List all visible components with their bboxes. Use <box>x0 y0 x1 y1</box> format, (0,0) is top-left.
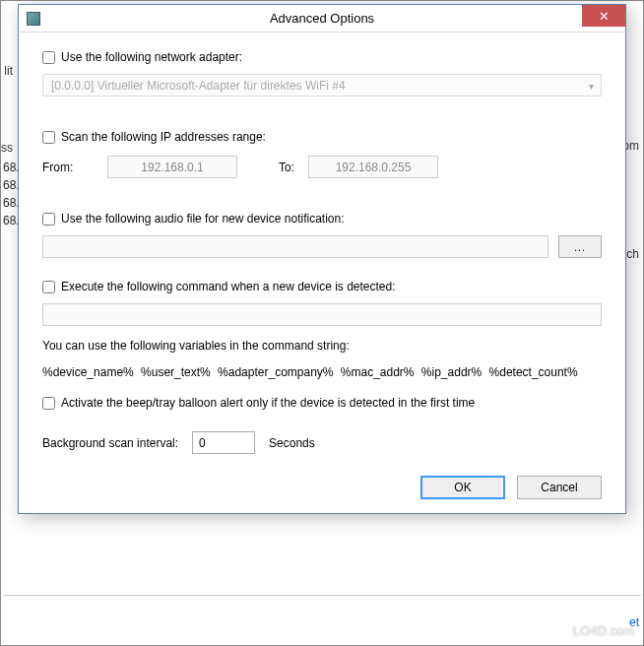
ip-from-label: From: <box>42 161 94 174</box>
ok-button[interactable]: OK <box>420 476 505 499</box>
execute-command-checkbox[interactable] <box>42 281 55 293</box>
divider <box>3 595 641 596</box>
ip-to-input[interactable] <box>308 156 438 178</box>
interval-label: Background scan interval: <box>42 436 178 450</box>
bg-list: 68.( 68.( 68.( 68.( <box>1 159 19 229</box>
list-item: 68.( <box>1 194 19 212</box>
watermark: LO4D.com <box>573 623 634 638</box>
scan-ip-range-checkbox[interactable] <box>42 131 55 144</box>
use-adapter-option[interactable]: Use the following network adapter: <box>42 50 602 64</box>
first-time-alert-checkbox[interactable] <box>42 397 55 410</box>
close-button[interactable]: ✕ <box>582 5 625 27</box>
adapter-select[interactable]: [0.0.0.0] Virtueller Microsoft-Adapter f… <box>42 74 602 97</box>
advanced-options-dialog: Advanced Options ✕ Use the following net… <box>18 4 626 514</box>
first-time-alert-label: Activate the beep/tray balloon alert onl… <box>61 396 475 410</box>
interval-unit: Seconds <box>269 436 315 450</box>
execute-command-label: Execute the following command when a new… <box>61 280 396 293</box>
use-adapter-label: Use the following network adapter: <box>61 50 242 64</box>
browse-audio-button[interactable]: ... <box>558 235 602 258</box>
titlebar[interactable]: Advanced Options ✕ <box>19 5 625 32</box>
audio-file-checkbox[interactable] <box>42 213 55 226</box>
scan-ip-range-label: Scan the following IP addresses range: <box>61 130 266 144</box>
first-time-alert-option[interactable]: Activate the beep/tray balloon alert onl… <box>42 396 602 410</box>
ip-from-input[interactable] <box>107 156 237 178</box>
command-variables: %device_name% %user_text% %adapter_compa… <box>42 363 602 382</box>
audio-file-input[interactable] <box>42 235 548 258</box>
list-item: 68.( <box>1 212 19 229</box>
command-input[interactable] <box>42 303 602 326</box>
bg-text: ss <box>1 141 13 155</box>
command-hint: You can use the following variables in t… <box>42 338 602 354</box>
audio-file-option[interactable]: Use the following audio file for new dev… <box>42 212 602 226</box>
app-icon <box>27 12 40 26</box>
bg-text: lit <box>1 64 13 78</box>
execute-command-option[interactable]: Execute the following command when a new… <box>42 280 602 293</box>
dialog-title: Advanced Options <box>19 11 625 26</box>
use-adapter-checkbox[interactable] <box>42 51 55 64</box>
list-item: 68.( <box>1 176 19 194</box>
list-item: 68.( <box>1 159 19 176</box>
scan-ip-range-option[interactable]: Scan the following IP addresses range: <box>42 130 602 144</box>
interval-input[interactable] <box>192 431 255 454</box>
ip-to-label: To: <box>279 161 294 174</box>
dialog-content: Use the following network adapter: [0.0.… <box>19 32 625 513</box>
audio-file-label: Use the following audio file for new dev… <box>61 212 345 226</box>
cancel-button[interactable]: Cancel <box>517 476 602 499</box>
